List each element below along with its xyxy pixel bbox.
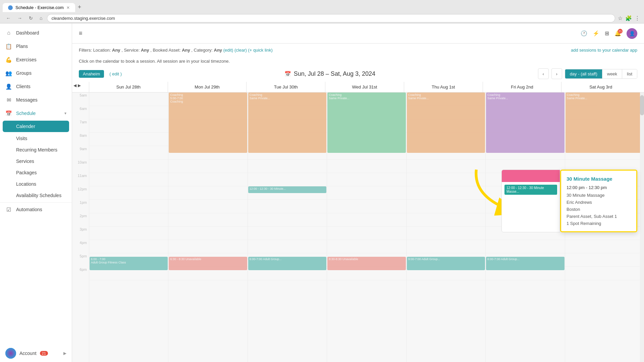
menu-icon[interactable]: ⋮ xyxy=(635,15,640,21)
time-11am: 11am xyxy=(72,173,89,186)
event-fri-coaching[interactable]: CoachingSame Private... xyxy=(486,93,564,153)
event-wed-6pm[interactable]: 8:30-8:30 Unavailable xyxy=(327,257,406,270)
popup-title: 30 Minute Massage xyxy=(567,176,631,182)
event-tue-6pm[interactable]: 6:00-7:00 Adult Group... xyxy=(248,257,326,270)
sidebar-item-exercises[interactable]: 💪 Exercises xyxy=(0,53,72,66)
event-sun-6pm[interactable]: 6:00 - 7:00 Adult Group Fitness Class xyxy=(90,257,168,270)
event-fri-6pm[interactable]: 6:00-7:00 Adult Group... xyxy=(486,257,564,270)
reload-button[interactable]: ↻ xyxy=(27,15,35,21)
sidebar-item-messages[interactable]: ✉ Messages xyxy=(0,93,72,107)
grid-icon-button[interactable]: ⊞ xyxy=(605,30,609,37)
location-edit-link[interactable]: ( edit ) xyxy=(109,71,122,76)
day-col-2[interactable]: CoachingSame Private... 12:00 - 12:30 - … xyxy=(248,93,327,362)
day-header-0: Sun Jul 28th xyxy=(89,82,168,92)
date-range: Sun, Jul 28 – Sat, Aug 3, 2024 xyxy=(294,70,375,77)
scroll-right-button[interactable]: ▶ xyxy=(78,83,81,88)
list-view-button[interactable]: list xyxy=(622,69,637,78)
time-8am: 8am xyxy=(72,133,89,146)
event-sat-coaching[interactable]: CoachingSame Private... xyxy=(566,93,644,153)
sidebar-sub-locations[interactable]: Locations xyxy=(0,178,72,190)
popup-location: Boston xyxy=(567,207,631,212)
back-button[interactable]: ← xyxy=(4,15,13,21)
address-text: cleandemo.staging.exercise.com xyxy=(51,16,115,21)
time-4pm: 4pm xyxy=(72,240,89,253)
event-tue-massage[interactable]: 12:00 - 12:30 - 30 Minute... xyxy=(248,186,326,193)
sidebar-sub-calendar[interactable]: Calender xyxy=(3,121,69,132)
location-filter-value: Any xyxy=(112,48,120,53)
calendar-header: ◀ ▶ Sun Jul 28th Mon Jul 29th Tue Jul 30… xyxy=(72,82,644,93)
day-header-3: Wed Jul 31st xyxy=(325,82,404,92)
day-col-0[interactable]: 6:00 - 7:00 Adult Group Fitness Class xyxy=(89,93,168,362)
view-toggle: day - (all staff) week list xyxy=(565,69,637,79)
time-5pm: 5pm xyxy=(72,253,89,267)
sidebar-item-schedule[interactable]: 📅 Schedule ▾ xyxy=(0,107,72,120)
sidebar-item-automations[interactable]: ☑ Automations xyxy=(0,203,72,216)
info-bar: Click on the calendar to book a session.… xyxy=(72,57,644,66)
time-12pm: 12pm xyxy=(72,186,89,200)
filters-quick-link[interactable]: (+ quick link) xyxy=(248,48,272,53)
time-labels: 5am 6am 7am 8am 9am 10am 11am 12pm 1pm 2… xyxy=(72,93,89,362)
day-col-1[interactable]: Coaching 5:00-7:00 Coaching 6:30 - 8:30 … xyxy=(168,93,247,362)
user-avatar[interactable]: 👤 xyxy=(627,28,637,39)
time-2pm: 2pm xyxy=(72,213,89,227)
day-col-4[interactable]: CoachingSame Private... 9:00-7:00 Adult … xyxy=(406,93,485,362)
time-7am: 7am xyxy=(72,119,89,133)
availability-label: Availability Schedules xyxy=(16,193,61,198)
home-button[interactable]: ⌂ xyxy=(38,15,44,21)
event-tue-coaching[interactable]: CoachingSame Private... xyxy=(248,93,326,153)
lightning-icon-button[interactable]: ⚡ xyxy=(593,30,599,37)
time-5am: 5am xyxy=(72,93,89,106)
browser-chrome: Schedule - Exercise.com ✕ + ← → ↻ ⌂ clea… xyxy=(0,0,644,23)
forward-button[interactable]: → xyxy=(15,15,24,21)
sidebar-sub-packages[interactable]: Packages xyxy=(0,167,72,178)
address-bar[interactable]: cleandemo.staging.exercise.com xyxy=(47,14,615,22)
sidebar-item-groups[interactable]: 👥 Groups xyxy=(0,66,72,80)
event-wed-coaching[interactable]: CoachingSame Private... xyxy=(327,93,406,153)
event-thu-coaching[interactable]: CoachingSame Private... xyxy=(407,93,485,153)
day-col-3[interactable]: CoachingSame Private... 8:30-8:30 Unavai… xyxy=(327,93,406,362)
week-view-button[interactable]: week xyxy=(602,69,622,78)
account-chevron-icon: ▶ xyxy=(63,351,66,356)
prev-week-button[interactable]: ‹ xyxy=(538,68,549,79)
svg-point-0 xyxy=(5,348,16,359)
sidebar-sub-recurring[interactable]: Recurring Members xyxy=(0,144,72,156)
services-label: Services xyxy=(16,159,34,164)
extensions-icon[interactable]: 🧩 xyxy=(625,15,632,21)
event-mon-6pm[interactable]: 6:30 - 8:30 Unavailable xyxy=(169,257,247,270)
tab-close-icon[interactable]: ✕ xyxy=(66,5,70,10)
filters-edit-link[interactable]: (edit) xyxy=(223,48,233,53)
calendar-controls: Anaheim ( edit ) 📅 Sun, Jul 28 – Sat, Au… xyxy=(72,66,644,82)
day-header-2: Tue Jul 30th xyxy=(246,82,325,92)
sidebar-item-dashboard[interactable]: ⌂ Dashboard xyxy=(0,26,72,40)
exercises-icon: 💪 xyxy=(5,56,12,63)
sidebar-sub-services[interactable]: Services xyxy=(0,156,72,167)
new-tab-button[interactable]: + xyxy=(75,2,84,12)
next-week-button[interactable]: › xyxy=(551,68,562,79)
day-header-1: Mon Jul 29th xyxy=(168,82,247,92)
event-mon-coaching[interactable]: Coaching 5:00-7:00 Coaching xyxy=(169,93,247,153)
filters-clear-link[interactable]: (clear) xyxy=(234,48,247,53)
browser-tab[interactable]: Schedule - Exercise.com ✕ xyxy=(3,3,75,12)
calendar-body[interactable]: 5am 6am 7am 8am 9am 10am 11am 12pm 1pm 2… xyxy=(72,93,644,362)
preview-event-tag[interactable]: 12:00 - 12:30 - 30 Minute Masse... xyxy=(504,185,557,195)
time-10am: 10am xyxy=(72,160,89,173)
sidebar-item-account[interactable]: Account 21 ▶ xyxy=(0,345,72,362)
calendar-label: Calender xyxy=(16,124,35,129)
scroll-thumb[interactable] xyxy=(640,95,644,115)
calendar-icon: 📅 xyxy=(284,71,291,77)
asset-filter-label: , Booked Asset: xyxy=(150,48,182,53)
popup-area: 12:00 - 12:30 - 30 Minute Masse... 30 Mi… xyxy=(501,170,637,232)
event-thu-6pm[interactable]: 9:00-7:00 Adult Group... xyxy=(407,257,485,270)
sidebar-sub-visits[interactable]: Visits xyxy=(0,133,72,144)
add-calendar-link[interactable]: add sessions to your calendar app xyxy=(571,48,637,53)
bookmark-icon[interactable]: ☆ xyxy=(618,15,623,21)
sidebar-item-plans[interactable]: 📋 Plans xyxy=(0,40,72,53)
sidebar-sub-availability[interactable]: Availability Schedules xyxy=(0,190,72,201)
history-icon-button[interactable]: 🕐 xyxy=(581,30,587,37)
day-view-button[interactable]: day - (all staff) xyxy=(565,69,602,78)
sidebar-item-clients[interactable]: 👤 Clients xyxy=(0,80,72,93)
notification-icon-button[interactable]: 🔔 21 xyxy=(614,30,621,37)
hamburger-button[interactable]: ≡ xyxy=(79,30,83,37)
scroll-left-button[interactable]: ◀ xyxy=(73,83,76,88)
groups-icon: 👥 xyxy=(5,70,12,76)
